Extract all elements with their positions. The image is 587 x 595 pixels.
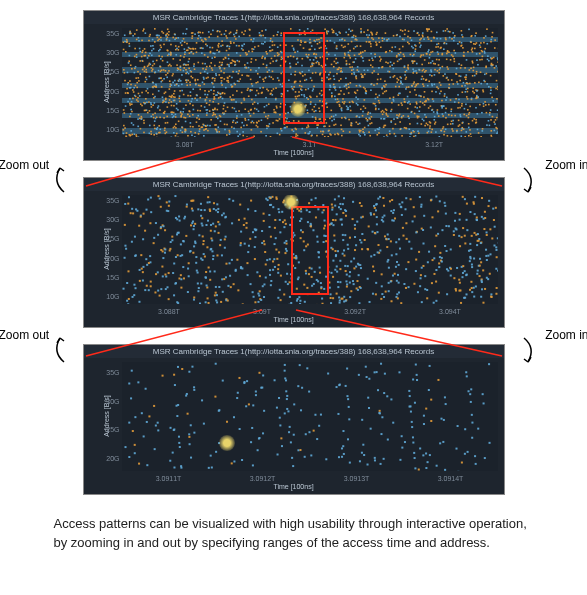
svg-rect-556 (480, 42, 482, 44)
svg-rect-2741 (480, 261, 482, 263)
svg-rect-3165 (363, 454, 365, 456)
svg-rect-89 (168, 99, 170, 101)
svg-rect-2823 (420, 206, 422, 208)
svg-rect-2914 (214, 286, 216, 288)
svg-rect-2676 (236, 259, 238, 261)
y-tick: 20G (106, 255, 119, 262)
svg-rect-2166 (276, 55, 278, 57)
svg-rect-764 (250, 39, 252, 41)
svg-rect-727 (192, 126, 194, 128)
svg-rect-2824 (164, 288, 166, 290)
svg-rect-2311 (347, 248, 349, 250)
svg-rect-1304 (174, 135, 176, 137)
svg-rect-1590 (132, 98, 134, 100)
svg-rect-919 (323, 136, 325, 137)
svg-rect-3318 (474, 455, 476, 457)
svg-rect-2159 (129, 32, 131, 34)
svg-rect-1480 (166, 122, 168, 124)
svg-rect-2708 (488, 200, 490, 202)
svg-rect-1530 (203, 129, 205, 131)
svg-rect-3293 (381, 416, 383, 418)
svg-rect-394 (192, 109, 194, 111)
svg-rect-969 (240, 127, 242, 129)
svg-rect-1779 (220, 80, 222, 82)
svg-rect-2818 (336, 281, 338, 283)
svg-rect-773 (442, 30, 444, 32)
svg-rect-1749 (224, 87, 226, 89)
svg-rect-40 (493, 47, 495, 49)
svg-rect-2316 (474, 285, 476, 287)
svg-rect-225 (256, 73, 258, 75)
range-selection[interactable] (291, 206, 329, 295)
svg-rect-1564 (138, 40, 140, 42)
svg-rect-645 (229, 96, 231, 98)
svg-rect-2157 (280, 93, 282, 95)
svg-rect-1186 (407, 68, 409, 70)
svg-rect-710 (436, 70, 438, 72)
svg-rect-1678 (267, 125, 269, 127)
svg-rect-227 (460, 42, 462, 44)
svg-rect-2977 (463, 235, 465, 237)
svg-rect-364 (222, 105, 224, 107)
svg-rect-404 (175, 84, 177, 86)
svg-rect-1255 (335, 63, 337, 65)
svg-rect-507 (135, 29, 137, 31)
svg-rect-3232 (464, 428, 466, 430)
svg-rect-1376 (490, 39, 492, 41)
svg-rect-2665 (390, 300, 392, 302)
plot-area[interactable]: Address [B/s]10G15G20G25G30G35G (84, 191, 504, 306)
y-tick: 25G (106, 68, 119, 75)
svg-rect-1735 (226, 124, 228, 126)
svg-rect-1863 (328, 74, 330, 76)
plot-area[interactable]: Address [B/s]10G15G20G25G30G35G (84, 24, 504, 139)
svg-rect-2243 (285, 250, 287, 252)
svg-rect-3105 (173, 374, 175, 376)
svg-rect-1069 (438, 69, 440, 71)
svg-rect-1766 (430, 40, 432, 42)
svg-rect-643 (126, 72, 128, 74)
plot-area[interactable]: Address [B/s]20G25G30G35G (84, 358, 504, 473)
svg-rect-3051 (375, 216, 377, 218)
svg-rect-3195 (411, 426, 413, 428)
svg-rect-1951 (233, 108, 235, 110)
svg-rect-14 (392, 128, 394, 130)
scatter-plot[interactable] (122, 195, 498, 304)
svg-rect-1576 (169, 54, 171, 56)
svg-rect-459 (468, 69, 470, 71)
svg-rect-2068 (343, 93, 345, 95)
svg-rect-2899 (210, 237, 212, 239)
svg-rect-3355 (138, 463, 140, 465)
svg-rect-1264 (347, 83, 349, 85)
svg-rect-3168 (280, 445, 282, 447)
svg-rect-1932 (206, 45, 208, 47)
svg-rect-97 (405, 86, 407, 88)
svg-rect-2757 (438, 256, 440, 258)
svg-rect-1725 (265, 125, 267, 127)
svg-rect-3091 (216, 211, 218, 213)
svg-rect-1610 (247, 67, 249, 69)
svg-rect-1633 (207, 130, 209, 132)
svg-rect-1549 (204, 94, 206, 96)
svg-rect-1596 (403, 34, 405, 36)
svg-rect-2857 (396, 274, 398, 276)
scatter-plot[interactable] (122, 28, 498, 137)
svg-rect-2130 (244, 30, 246, 32)
svg-rect-3312 (285, 398, 287, 400)
svg-rect-3306 (442, 441, 444, 443)
svg-rect-2079 (335, 58, 337, 60)
svg-rect-1761 (392, 68, 394, 70)
svg-rect-3066 (275, 198, 277, 200)
svg-rect-696 (154, 128, 156, 130)
svg-rect-1571 (464, 136, 466, 137)
svg-rect-1057 (187, 100, 189, 102)
svg-rect-759 (457, 120, 459, 122)
svg-rect-1970 (322, 131, 324, 133)
svg-rect-326 (131, 111, 133, 113)
scatter-plot[interactable] (122, 362, 498, 471)
svg-rect-472 (132, 124, 134, 126)
svg-rect-2615 (162, 225, 164, 227)
svg-rect-2229 (212, 223, 214, 225)
svg-rect-2619 (361, 248, 363, 250)
svg-rect-1489 (202, 68, 204, 70)
svg-rect-1723 (163, 100, 165, 102)
